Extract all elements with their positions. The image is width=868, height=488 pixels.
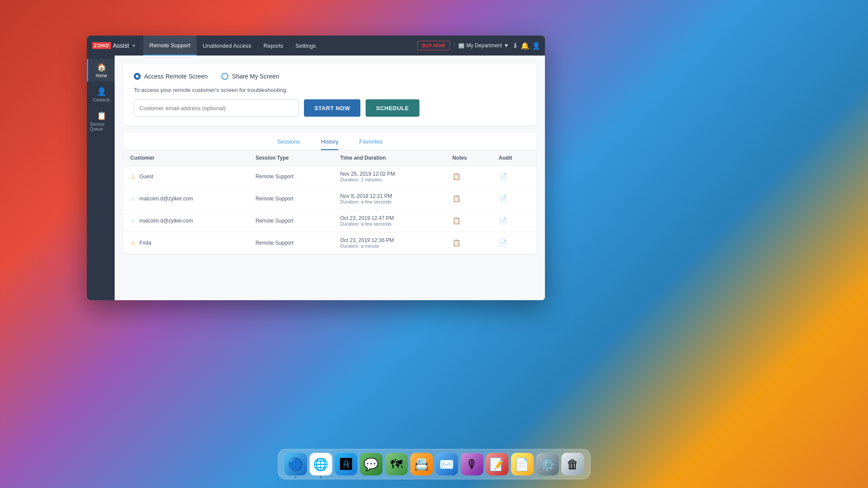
content-area: Access Remote Screen Share My Screen To …	[115, 56, 545, 300]
notes-icon[interactable]: 📋	[452, 195, 461, 202]
department-selector[interactable]: 🏢 My Department ▼	[454, 43, 512, 49]
session-input-row: START NOW SCHEDULE	[134, 99, 526, 117]
cell-customer: ☆ malcolm.d@zylker.com	[123, 210, 248, 232]
history-table: Customer Session Type Time and Duration …	[123, 151, 536, 254]
tab-history[interactable]: History	[321, 138, 338, 150]
table-row: ☆ malcolm.d@zylker.com Remote Support No…	[123, 188, 536, 210]
nav-item-reports[interactable]: Reports	[257, 36, 290, 56]
dock-item-messages[interactable]: 💬	[360, 453, 383, 475]
zoho-logo-text: ZOHO	[92, 42, 111, 49]
radio-access-remote-screen[interactable]: Access Remote Screen	[134, 73, 208, 80]
customer-avatar-icon: ☆	[130, 217, 136, 224]
dock-item-notes[interactable]: 📄	[511, 453, 534, 475]
user-profile-icon[interactable]: 👤	[532, 42, 541, 50]
dock-item-system-preferences[interactable]: ⚙️	[536, 453, 559, 475]
sidebar-item-service-queue-label: Service Queue	[90, 122, 113, 131]
sidebar-item-service-queue[interactable]: 📋 Service Queue	[87, 108, 115, 135]
dock-running-dot	[295, 476, 297, 478]
col-header-time-duration: Time and Duration	[333, 151, 446, 166]
cell-time-duration: Nov 8, 2019 12:21 PM Duration: a few sec…	[333, 188, 446, 210]
sidebar-item-home[interactable]: 🏠 Home	[87, 59, 115, 82]
notes-icon[interactable]: 📋	[452, 173, 461, 180]
app-logo[interactable]: ZOHO Assist ▼	[87, 42, 139, 49]
table-row: ⚠ Guest Remote Support Nov 25, 2019 12:0…	[123, 166, 536, 188]
cell-audit: 📄	[492, 232, 536, 254]
home-icon: 🏠	[97, 62, 106, 72]
sidebar-item-contacts[interactable]: 👤 Contacts	[87, 83, 115, 106]
radio-access-label: Access Remote Screen	[144, 73, 208, 80]
podcasts-icon: 🎙	[466, 457, 478, 472]
col-header-session-type: Session Type	[248, 151, 333, 166]
app-dropdown-arrow[interactable]: ▼	[132, 43, 136, 48]
customer-name: Frida	[139, 240, 151, 246]
audit-icon[interactable]: 📄	[499, 217, 507, 224]
cell-audit: 📄	[492, 188, 536, 210]
radio-share-label: Share My Screen	[232, 73, 279, 80]
cell-customer: ☆ malcolm.d@zylker.com	[123, 188, 248, 210]
buy-now-button[interactable]: BUY NOW	[417, 41, 450, 50]
tab-row: Sessions History Favorites	[123, 132, 536, 151]
reminders-icon: 📝	[489, 457, 505, 472]
audit-icon[interactable]: 📄	[499, 195, 507, 202]
session-start-card: Access Remote Screen Share My Screen To …	[123, 64, 536, 125]
cell-notes: 📋	[446, 232, 492, 254]
cell-time-duration: Oct 23, 2019 12:47 PM Duration: a few se…	[333, 210, 446, 232]
session-duration: Duration: a few seconds	[340, 221, 439, 226]
finder-icon: 🔵	[288, 457, 303, 472]
nav-logo-divider	[141, 41, 142, 50]
audit-icon[interactable]: 📄	[499, 173, 507, 180]
trash-icon: 🗑	[567, 457, 579, 472]
session-subtitle: To access your remote customer's screen …	[134, 87, 526, 93]
dock-item-podcasts[interactable]: 🎙	[461, 453, 483, 475]
dock-item-finder[interactable]: 🔵	[284, 453, 307, 475]
tab-sessions[interactable]: Sessions	[277, 138, 300, 150]
nav-item-remote-support[interactable]: Remote Support	[143, 36, 197, 56]
table-row: ⚠ Frida Remote Support Oct 23, 2019 12:3…	[123, 232, 536, 254]
dock-item-chrome[interactable]: 🌐	[310, 453, 332, 475]
tab-favorites[interactable]: Favorites	[359, 138, 382, 150]
cell-time-duration: Nov 25, 2019 12:02 PM Duration: 2 minute…	[333, 166, 446, 188]
notification-icon[interactable]: 🔔	[521, 42, 529, 50]
cell-notes: 📋	[446, 166, 492, 188]
mail-icon: ✉️	[439, 457, 454, 472]
session-time: Oct 23, 2019 12:36 PM	[340, 237, 439, 243]
department-label: My Department	[466, 43, 502, 49]
nav-item-settings[interactable]: Settings	[289, 36, 322, 56]
system-preferences-icon: ⚙️	[540, 457, 555, 472]
customer-name: malcolm.d@zylker.com	[139, 218, 193, 224]
dock-item-reminders[interactable]: 📝	[486, 453, 508, 475]
cell-customer: ⚠ Guest	[123, 166, 248, 188]
dock-item-app-store[interactable]: 🅰	[335, 453, 357, 475]
cell-session-type: Remote Support	[248, 166, 333, 188]
dock-item-trash[interactable]: 🗑	[561, 453, 584, 475]
cell-session-type: Remote Support	[248, 188, 333, 210]
nav-item-unattended-access[interactable]: Unattended Access	[197, 36, 257, 56]
col-header-customer: Customer	[123, 151, 248, 166]
dock-item-mail[interactable]: ✉️	[436, 453, 458, 475]
sidebar-item-home-label: Home	[96, 73, 107, 78]
notes-icon[interactable]: 📋	[452, 217, 461, 224]
dock-running-dot	[320, 476, 322, 478]
session-duration: Duration: a minute	[340, 243, 439, 249]
customer-email-input[interactable]	[134, 99, 299, 117]
audit-icon[interactable]: 📄	[499, 239, 507, 246]
nav-bar: ZOHO Assist ▼ Remote Support Unattended …	[87, 36, 545, 56]
notes-icon[interactable]: 📋	[452, 239, 461, 246]
app-name-text: Assist	[113, 42, 129, 49]
download-icon[interactable]: ⬇	[512, 42, 518, 50]
dept-dropdown-arrow: ▼	[504, 43, 509, 49]
dock-item-contacts[interactable]: 📇	[410, 453, 433, 475]
radio-share-my-screen[interactable]: Share My Screen	[221, 73, 279, 80]
building-icon: 🏢	[458, 43, 465, 49]
dock-item-maps[interactable]: 🗺	[385, 453, 408, 475]
cell-audit: 📄	[492, 166, 536, 188]
cell-time-duration: Oct 23, 2019 12:36 PM Duration: a minute	[333, 232, 446, 254]
messages-icon: 💬	[363, 457, 379, 472]
nav-action-icons: ⬇ 🔔 👤	[512, 42, 545, 50]
sidebar: 🏠 Home 👤 Contacts 📋 Service Queue	[87, 56, 115, 300]
start-now-button[interactable]: START NOW	[304, 99, 360, 117]
sidebar-item-contacts-label: Contacts	[93, 98, 110, 102]
schedule-button[interactable]: SCHEDULE	[366, 99, 419, 117]
table-header-row: Customer Session Type Time and Duration …	[123, 151, 536, 166]
cell-notes: 📋	[446, 188, 492, 210]
